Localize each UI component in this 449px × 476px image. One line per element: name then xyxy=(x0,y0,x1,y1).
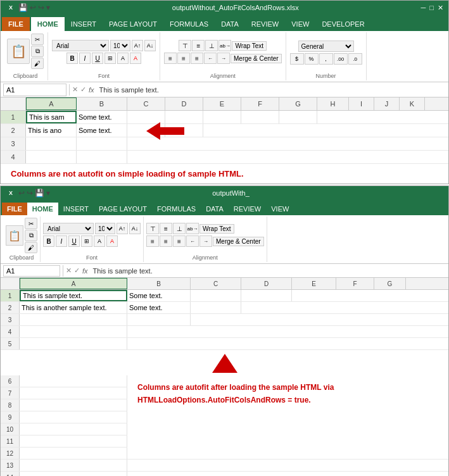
customize-icon[interactable]: ▾ xyxy=(46,3,50,12)
paste-button[interactable]: 📋 xyxy=(7,39,30,64)
bottom-tab-page-layout[interactable]: PAGE LAYOUT xyxy=(94,203,152,215)
top-align-button[interactable]: ⊤ xyxy=(179,40,191,51)
b-col-header-d[interactable]: D xyxy=(241,278,292,289)
b-col-header-a[interactable]: A xyxy=(20,278,127,289)
bottom-cut-button[interactable]: ✂ xyxy=(25,218,37,229)
b-col-header-c[interactable]: C xyxy=(191,278,241,289)
b-cell-a7[interactable] xyxy=(20,387,127,399)
tab-data[interactable]: DATA xyxy=(215,17,245,31)
border-button[interactable]: ⊞ xyxy=(104,53,116,64)
b-cell-a3[interactable] xyxy=(20,314,127,325)
b-cell-b1[interactable]: Some text. xyxy=(127,290,191,301)
bottom-font-select[interactable]: Arial xyxy=(43,223,94,234)
bottom-name-box[interactable]: A1 xyxy=(3,265,60,277)
tab-review[interactable]: REVIEW xyxy=(245,17,285,31)
bottom-format-painter-button[interactable]: 🖌 xyxy=(25,242,37,253)
tab-page-layout[interactable]: PAGE LAYOUT xyxy=(103,17,163,31)
cell-a3[interactable] xyxy=(26,137,77,150)
bottom-fill-button[interactable]: A xyxy=(94,235,105,247)
cell-b3[interactable] xyxy=(77,137,127,150)
b-cell-a1[interactable]: This is sample text. xyxy=(20,290,127,301)
b-col-header-b[interactable]: B xyxy=(127,278,191,289)
percent-button[interactable]: % xyxy=(305,53,319,65)
bottom-underline-button[interactable]: U xyxy=(68,235,80,247)
cell-g1[interactable] xyxy=(279,111,317,123)
bottom-incfont-button[interactable]: A↑ xyxy=(117,223,128,234)
col-header-h[interactable]: H xyxy=(317,97,349,110)
b-col-header-g[interactable]: G xyxy=(374,278,406,289)
b-cell-a9[interactable] xyxy=(20,411,127,423)
bottom-fontcolor-button[interactable]: A xyxy=(106,235,118,247)
bottom-undo-icon[interactable]: ↩ xyxy=(18,189,25,197)
bottom-top-align[interactable]: ⊤ xyxy=(146,223,159,234)
bottom-tab-view[interactable]: VIEW xyxy=(266,203,294,215)
italic-button[interactable]: I xyxy=(79,53,91,64)
bottom-center-align[interactable]: ≡ xyxy=(160,235,172,247)
close-icon[interactable]: ✕ xyxy=(438,4,443,12)
b-cell-b3[interactable] xyxy=(127,314,191,325)
bottom-merge-button[interactable]: Merge & Center xyxy=(213,237,264,246)
b-cell-d1[interactable] xyxy=(241,290,292,301)
decrease-font-button[interactable]: A↓ xyxy=(144,40,156,51)
dec-decimal-button[interactable]: .0 xyxy=(348,53,362,65)
indent-decrease-button[interactable]: ← xyxy=(204,53,217,64)
bottom-save-icon[interactable]: 💾 xyxy=(35,189,44,197)
bottom-bot-align[interactable]: ⊥ xyxy=(173,223,186,234)
bottom-redo-icon[interactable]: ↪ xyxy=(27,189,33,197)
comma-button[interactable]: , xyxy=(319,53,333,65)
bottom-tab-insert[interactable]: INSERT xyxy=(58,203,94,215)
merge-center-button[interactable]: Merge & Center xyxy=(231,54,282,63)
tab-home[interactable]: HOME xyxy=(31,17,65,31)
b-cell-a4[interactable] xyxy=(20,326,127,337)
bottom-tab-home[interactable]: HOME xyxy=(27,203,58,215)
col-header-c[interactable]: C xyxy=(127,97,165,110)
bottom-italic-button[interactable]: I xyxy=(56,235,67,247)
font-name-select[interactable]: Arial xyxy=(52,40,109,51)
inc-decimal-button[interactable]: .00 xyxy=(334,53,348,65)
wrap-text-button[interactable]: Wrap Text xyxy=(232,41,267,51)
number-format-select[interactable]: General xyxy=(298,41,354,52)
b-cell-a11[interactable] xyxy=(20,435,127,447)
orient-button[interactable]: ab→ xyxy=(218,40,231,51)
bottom-font-size-select[interactable]: 10 xyxy=(95,223,115,234)
bottom-customize-icon[interactable]: ▾ xyxy=(46,189,50,197)
col-header-a[interactable]: A xyxy=(26,97,77,110)
bottom-right-align[interactable]: ≡ xyxy=(173,235,186,247)
col-header-e[interactable]: E xyxy=(203,97,241,110)
col-header-b[interactable]: B xyxy=(77,97,127,110)
cell-e1[interactable] xyxy=(203,111,241,123)
tab-formulas[interactable]: FORMULAS xyxy=(163,17,215,31)
cell-d1[interactable] xyxy=(165,111,203,123)
font-color-button[interactable]: A xyxy=(130,53,141,64)
indent-increase-button[interactable]: → xyxy=(217,53,230,64)
cell-a4[interactable] xyxy=(26,151,77,163)
bottom-orient[interactable]: ab→ xyxy=(186,223,199,234)
maximize-icon[interactable]: □ xyxy=(429,4,434,12)
middle-align-button[interactable]: ≡ xyxy=(192,40,205,51)
cell-c1[interactable] xyxy=(127,111,165,123)
b-col-header-f[interactable]: F xyxy=(336,278,374,289)
bottom-copy-button[interactable]: ⧉ xyxy=(25,230,37,241)
cell-b2[interactable]: Some text. xyxy=(77,124,127,137)
cell-f1[interactable] xyxy=(241,111,279,123)
col-header-k[interactable]: K xyxy=(400,97,425,110)
bottom-mid-align[interactable]: ≡ xyxy=(160,223,172,234)
b-cell-a13[interactable] xyxy=(20,460,127,471)
cell-a1[interactable]: This is sam xyxy=(26,111,77,123)
left-align-button[interactable]: ≡ xyxy=(164,53,177,64)
bottom-tab-review[interactable]: REVIEW xyxy=(229,203,266,215)
bottom-align-button[interactable]: ⊥ xyxy=(205,40,218,51)
cancel-formula-icon[interactable]: ✕ xyxy=(72,85,78,94)
tab-view[interactable]: VIEW xyxy=(285,17,315,31)
fill-color-button[interactable]: A xyxy=(117,53,129,64)
b-cell-a10[interactable] xyxy=(20,423,127,435)
copy-button[interactable]: ⧉ xyxy=(31,46,44,57)
cell-a2[interactable]: This is ano xyxy=(26,124,77,137)
confirm-formula-icon[interactable]: ✓ xyxy=(80,85,86,94)
right-align-button[interactable]: ≡ xyxy=(191,53,203,64)
center-align-button[interactable]: ≡ xyxy=(177,53,190,64)
col-header-f[interactable]: F xyxy=(241,97,279,110)
dollar-button[interactable]: $ xyxy=(290,53,304,65)
b-cell-a2[interactable]: This is another sample text. xyxy=(20,302,127,313)
cut-button[interactable]: ✂ xyxy=(31,34,44,45)
